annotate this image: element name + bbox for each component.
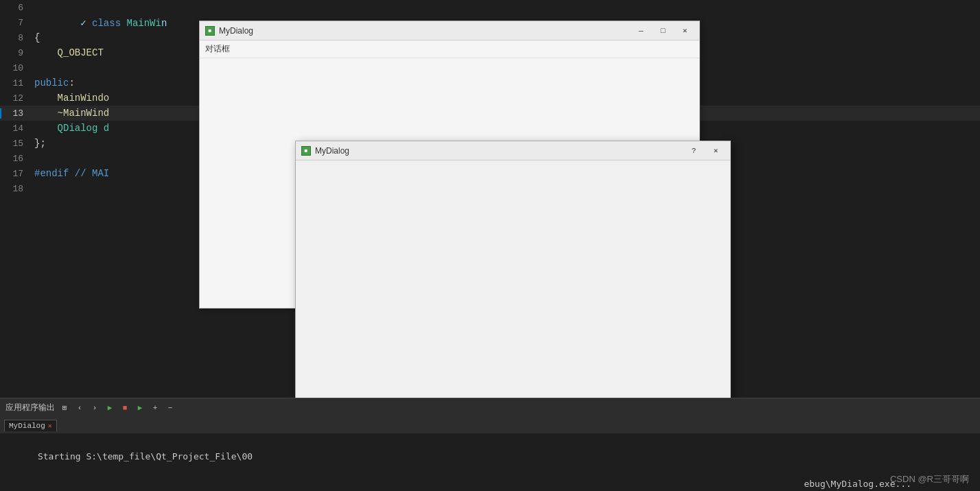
toolbar-icon-run[interactable]: ▶ [104,403,115,414]
toolbar-icon-stop[interactable]: ■ [119,403,130,414]
dialog-fg-title: MyDialog [315,146,681,156]
line-num-12: 12 [0,93,34,104]
tab-bar: MyDialog ✕ [0,417,980,433]
tab-close-icon[interactable]: ✕ [48,422,52,430]
line-content-12: MainWindo [34,93,109,104]
line-num-6: 6 [0,3,34,13]
dialog-bg-title: MyDialog [219,26,628,36]
line-num-18: 18 [0,184,34,194]
tab-mydialog[interactable]: MyDialog ✕ [4,420,57,431]
dialog-fg-close-button[interactable]: ✕ [707,145,725,157]
line-content-17: #endif // MAI [34,168,109,179]
line-num-11: 11 [0,78,34,88]
dialog-foreground: ■ MyDialog ? ✕ [295,141,731,401]
toolbar-icon-add[interactable]: + [150,403,161,414]
dialog-fg-body [296,160,730,400]
line-num-14: 14 [0,123,34,134]
panel-toolbar: 应用程序输出 ⊞ ‹ › ▶ ■ ▶ + − [0,398,980,417]
panel-title: 应用程序输出 [5,402,55,414]
toolbar-icon-filter[interactable]: ▶ [135,403,145,414]
line-num-17: 17 [0,169,34,179]
line-num-8: 8 [0,33,34,43]
line-num-16: 16 [0,154,34,164]
toolbar-icon-prev[interactable]: ‹ [74,403,85,414]
dialog-bg-maximize-button[interactable]: □ [654,25,672,37]
line-num-9: 9 [0,48,34,58]
line-content-8: { [34,32,40,43]
dialog-fg-icon: ■ [301,146,311,156]
line-num-15: 15 [0,139,34,149]
line-content-13: ~MainWind [34,108,109,119]
line-num-13: 13 [0,108,34,119]
dialog-fg-titlebar: ■ MyDialog ? ✕ [296,141,730,160]
output-line-1: Starting S:\temp_file\Qt_Project_File\00… [5,436,975,491]
dialog-fg-help-button[interactable]: ? [685,145,703,157]
toolbar-icon-console[interactable]: ⊞ [59,403,70,414]
toolbar-icon-remove[interactable]: − [165,403,176,414]
toolbar-icon-next[interactable]: › [89,403,100,414]
line-num-7: 7 [0,18,34,28]
watermark: CSDN @R三哥哥啊 [890,473,969,486]
line-content-14: QDialog d [34,123,109,134]
panel-output: Starting S:\temp_file\Qt_Project_File\00… [0,433,980,491]
dialog-bg-subtitle: 对话框 [200,40,699,58]
dialog-bg-icon: ■ [205,26,215,36]
output-path2 [38,465,86,475]
tab-label: MyDialog [9,422,45,430]
output-path: Starting S:\temp_file\Qt_Project_File\00 [38,451,253,462]
line-content-9: Q_OBJECT [34,47,104,58]
line-content-15: }; [34,138,46,149]
line-num-10: 10 [0,63,34,73]
dialog-bg-minimize-button[interactable]: — [632,25,650,37]
line-content-11: public: [34,77,75,88]
dialog-bg-close-button[interactable]: ✕ [676,25,694,37]
dialog-bg-titlebar: ■ MyDialog — □ ✕ [200,21,699,40]
bottom-panel: 应用程序输出 ⊞ ‹ › ▶ ■ ▶ + − MyDialog ✕ Starti… [0,398,980,491]
